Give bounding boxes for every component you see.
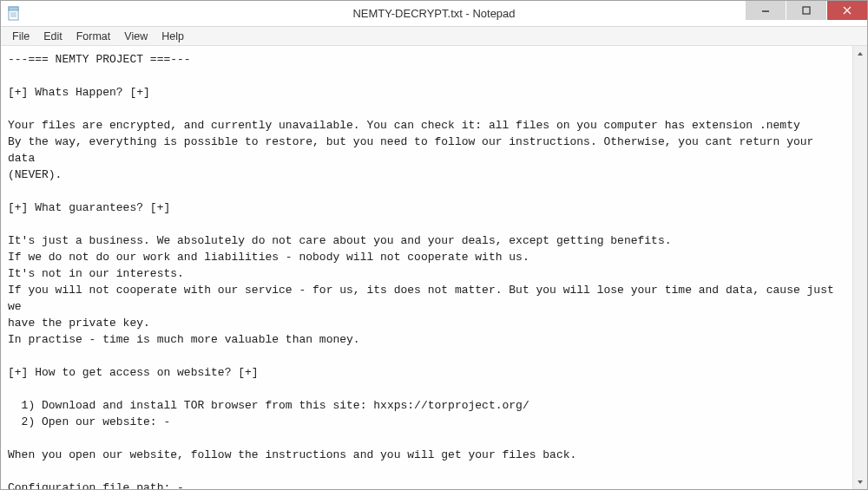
- menu-view[interactable]: View: [118, 29, 154, 44]
- minimize-button[interactable]: [746, 1, 786, 20]
- menu-help[interactable]: Help: [155, 29, 190, 44]
- notepad-icon: [8, 5, 22, 23]
- titlebar[interactable]: NEMTY-DECRYPT.txt - Notepad: [1, 1, 867, 27]
- menu-edit[interactable]: Edit: [37, 29, 69, 44]
- vertical-scrollbar[interactable]: [852, 46, 867, 489]
- close-button[interactable]: [827, 1, 867, 20]
- maximize-button[interactable]: [786, 1, 826, 20]
- text-content[interactable]: ---=== NEMTY PROJECT ===--- [+] Whats Ha…: [1, 46, 852, 489]
- svg-marker-9: [858, 52, 863, 56]
- scroll-up-icon[interactable]: [853, 46, 867, 61]
- editor-area: ---=== NEMTY PROJECT ===--- [+] Whats Ha…: [1, 46, 867, 489]
- window-title: NEMTY-DECRYPT.txt - Notepad: [352, 7, 515, 20]
- svg-rect-1: [9, 7, 18, 10]
- menu-file[interactable]: File: [6, 29, 36, 44]
- window-controls: [745, 1, 867, 20]
- svg-rect-6: [803, 7, 810, 14]
- scroll-down-icon[interactable]: [853, 474, 867, 489]
- menu-format[interactable]: Format: [70, 29, 117, 44]
- svg-marker-10: [858, 480, 863, 484]
- menubar: File Edit Format View Help: [1, 27, 867, 46]
- notepad-window: NEMTY-DECRYPT.txt - Notepad File Edit Fo…: [0, 0, 868, 490]
